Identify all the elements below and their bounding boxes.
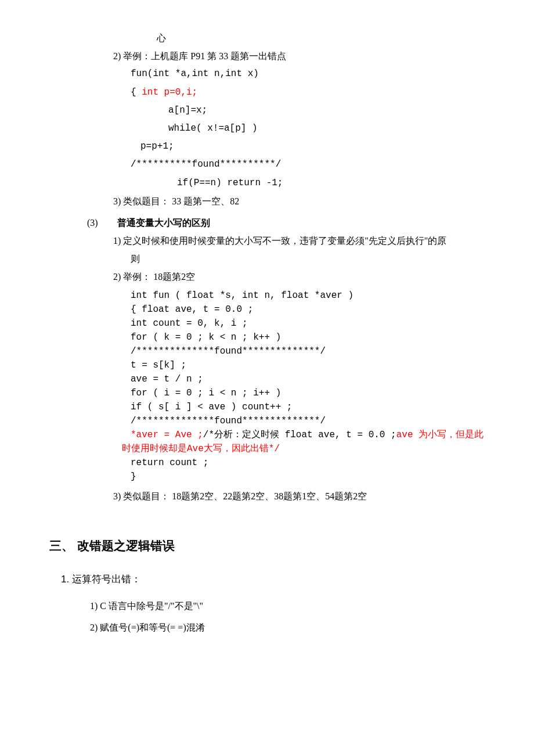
code-line: t = s[k] ; bbox=[131, 358, 488, 372]
code-line: for ( i = 0 ; i < n ; i++ ) bbox=[131, 386, 488, 400]
definition-text-b: 则 bbox=[131, 250, 488, 268]
code-line: { float ave, t = 0.0 ; bbox=[131, 303, 488, 316]
code-line: while( x!=a[p] ) bbox=[168, 120, 488, 138]
code-line-analysis-2: 时使用时候却是Ave大写，因此出错*/ bbox=[122, 442, 488, 456]
code-line: { int p=0,i; bbox=[131, 84, 488, 102]
list-item-2: 2) 赋值号(=)和等号(= =)混淆 bbox=[90, 617, 488, 639]
code-line: for ( k = 0 ; k < n ; k++ ) bbox=[131, 330, 488, 344]
similar-questions-1: 3) 类似题目： 33 题第一空、82 bbox=[113, 192, 488, 210]
highlight-red: int p=0,i; bbox=[142, 87, 197, 98]
example-heading-1: 2) 举例：上机题库 P91 第 33 题第一出错点 bbox=[113, 47, 488, 65]
code-line: p=p+1; bbox=[140, 138, 488, 156]
code-line: /**************found**************/ bbox=[131, 414, 488, 428]
example-heading-2: 2) 举例： 18题第2空 bbox=[113, 268, 488, 286]
code-line: ave = t / n ; bbox=[131, 372, 488, 386]
code-line: /**********found**********/ bbox=[131, 156, 488, 174]
code-line: /**************found**************/ bbox=[131, 344, 488, 358]
code-line: int fun ( float *s, int n, float *aver ) bbox=[131, 289, 488, 303]
section-heading-3: 三、 改错题之逻辑错误 bbox=[49, 534, 488, 558]
subsection-1: 1. 运算符号出错： bbox=[61, 570, 488, 589]
similar-questions-2: 3) 类似题目： 18题第2空、22题第2空、38题第1空、54题第2空 bbox=[113, 487, 488, 505]
code-line: if ( s[ i ] < ave ) count++ ; bbox=[131, 400, 488, 414]
code-line: return count ; bbox=[131, 456, 488, 470]
list-item-1: 1) C 语言中除号是"/"不是"\" bbox=[90, 596, 488, 617]
code-line: if(P==n) return -1; bbox=[177, 174, 488, 192]
code-line: int count = 0, k, i ; bbox=[131, 316, 488, 330]
code-line: a[n]=x; bbox=[168, 102, 488, 120]
continuation-text: 心 bbox=[157, 29, 488, 47]
section-3-title: (3) 普通变量大小写的区别 bbox=[46, 214, 488, 232]
code-line: } bbox=[131, 470, 488, 484]
code-line: fun(int *a,int n,int x) bbox=[131, 65, 488, 83]
code-line-analysis: *aver = Ave ;/*分析：定义时候 float ave, t = 0.… bbox=[131, 428, 488, 442]
definition-text-a: 1) 定义时候和使用时候变量的大小写不一致，违背了变量必须"先定义后执行"的原 bbox=[113, 232, 488, 250]
